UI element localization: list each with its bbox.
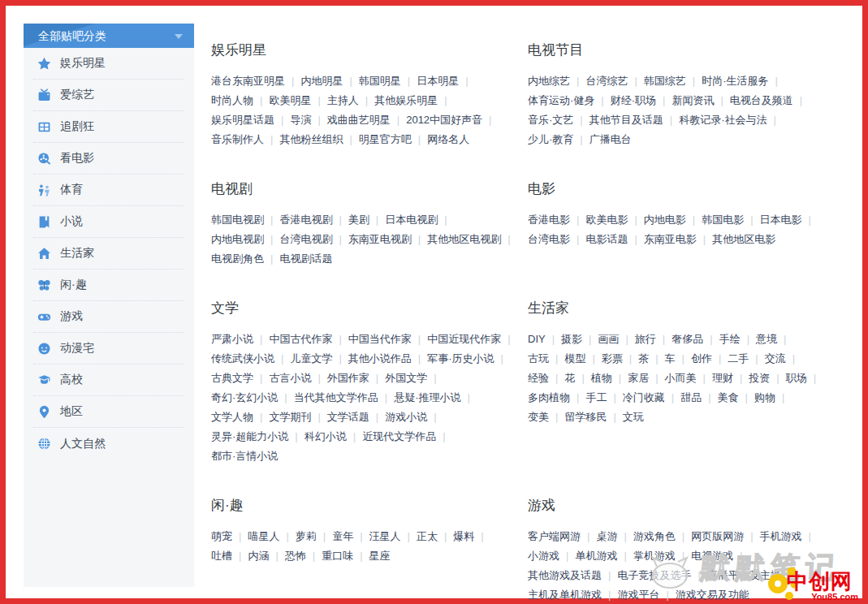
- category-link[interactable]: 2012中国好声音: [406, 114, 482, 126]
- category-link[interactable]: 欧美电影: [585, 214, 628, 226]
- category-link[interactable]: 少儿·教育: [528, 133, 573, 145]
- sidebar-item-13[interactable]: 人文自然: [33, 428, 184, 459]
- category-link[interactable]: 萌宠: [211, 530, 232, 542]
- sidebar-header[interactable]: 全部贴吧分类: [24, 24, 194, 48]
- category-link[interactable]: 甜品: [680, 391, 702, 403]
- category-link[interactable]: 手绘: [719, 333, 741, 345]
- category-link[interactable]: 游戏小说: [385, 411, 427, 423]
- category-link[interactable]: 创作: [691, 352, 712, 365]
- category-link[interactable]: 其他粉丝组织: [279, 133, 343, 145]
- category-link[interactable]: 其他小说作品: [348, 352, 412, 365]
- category-link[interactable]: 冷门收藏: [623, 391, 665, 403]
- category-link[interactable]: 文学期刊: [269, 411, 311, 423]
- category-link[interactable]: 外国作家: [327, 372, 369, 384]
- category-link[interactable]: 多肉植物: [528, 391, 570, 403]
- category-link[interactable]: 内地综艺: [528, 75, 570, 87]
- category-link[interactable]: 花: [564, 372, 575, 384]
- category-link[interactable]: 桌游: [596, 530, 617, 542]
- category-link[interactable]: 其他节目及话题: [589, 114, 663, 126]
- sidebar-item-12[interactable]: 地区: [33, 396, 184, 428]
- category-link[interactable]: 职场: [786, 372, 807, 384]
- sidebar-item-5[interactable]: 体育: [33, 175, 184, 206]
- category-link[interactable]: 欧美明星: [269, 94, 311, 106]
- category-link[interactable]: 旅行: [635, 333, 656, 345]
- category-link[interactable]: 日本电视剧: [385, 214, 438, 226]
- category-link[interactable]: 主机及单机游戏: [528, 589, 602, 601]
- category-link[interactable]: 正太: [417, 530, 438, 542]
- category-link[interactable]: 汪星人: [369, 530, 401, 542]
- category-link[interactable]: 重口味: [322, 550, 353, 562]
- category-link[interactable]: 童年: [332, 530, 353, 542]
- category-link[interactable]: 小而美: [665, 372, 697, 384]
- category-link[interactable]: 中国古代作家: [269, 333, 332, 345]
- category-link[interactable]: 新闻资讯: [672, 94, 714, 106]
- category-link[interactable]: 美剧: [348, 214, 369, 226]
- category-link[interactable]: 内地明星: [300, 75, 343, 87]
- sidebar-item-7[interactable]: 生活家: [33, 238, 184, 270]
- category-link[interactable]: 美食: [718, 391, 739, 403]
- category-link[interactable]: 古玩: [528, 352, 549, 365]
- category-link[interactable]: 恐怖: [285, 550, 306, 562]
- category-link[interactable]: 投资: [749, 372, 770, 384]
- category-link[interactable]: 奢侈品: [672, 333, 703, 345]
- category-link[interactable]: 体育运动·健身: [528, 94, 594, 106]
- sidebar-item-8[interactable]: 闲·趣: [33, 270, 184, 301]
- category-link[interactable]: 香港电影: [528, 214, 570, 226]
- category-link[interactable]: 交流: [765, 352, 786, 365]
- category-link[interactable]: 家居: [628, 372, 649, 384]
- category-link[interactable]: 其他娱乐明星: [374, 94, 438, 106]
- category-link[interactable]: 科教记录·社会与法: [679, 114, 767, 126]
- category-link[interactable]: 都市·言情小说: [211, 450, 278, 462]
- category-link[interactable]: 台湾综艺: [585, 75, 628, 87]
- category-link[interactable]: 爆料: [453, 530, 474, 542]
- category-link[interactable]: 小游戏: [528, 550, 559, 562]
- category-link[interactable]: 游戏角色: [633, 530, 676, 542]
- category-link[interactable]: 日本明星: [417, 75, 459, 87]
- sidebar-item-9[interactable]: 游戏: [33, 301, 184, 333]
- category-link[interactable]: 内地电视剧: [211, 233, 264, 245]
- category-link[interactable]: 当代其他文学作品: [294, 391, 378, 403]
- category-link[interactable]: 理财: [712, 372, 733, 384]
- category-link[interactable]: 网页版网游: [691, 530, 744, 542]
- category-link[interactable]: 香港电视剧: [279, 214, 332, 226]
- category-link[interactable]: 画画: [598, 333, 619, 345]
- category-link[interactable]: 客户端网游: [528, 530, 581, 542]
- sidebar-item-11[interactable]: 高校: [33, 365, 184, 396]
- category-link[interactable]: 购物: [754, 391, 775, 403]
- sidebar-item-1[interactable]: 娱乐明星: [33, 48, 184, 80]
- category-link[interactable]: 文玩: [623, 411, 644, 423]
- category-link[interactable]: 军事·历史小说: [427, 352, 494, 365]
- category-link[interactable]: 主持人: [327, 94, 359, 106]
- category-link[interactable]: 台湾电影: [528, 233, 570, 245]
- sidebar-item-6[interactable]: 小说: [33, 206, 184, 238]
- category-link[interactable]: 音乐·文艺: [528, 114, 573, 126]
- sidebar-item-2[interactable]: 爱综艺: [33, 80, 184, 111]
- category-link[interactable]: 茶: [638, 352, 649, 365]
- category-link[interactable]: 严肃小说: [211, 333, 253, 345]
- category-link[interactable]: 喵星人: [248, 530, 279, 542]
- category-link[interactable]: 时尚·生活服务: [702, 75, 768, 87]
- category-link[interactable]: 电视剧角色: [211, 252, 264, 265]
- category-link[interactable]: 韩国电影: [702, 214, 744, 226]
- category-link[interactable]: 文学人物: [211, 411, 253, 423]
- category-link[interactable]: 萝莉: [296, 530, 317, 542]
- category-link[interactable]: 悬疑·推理小说: [394, 391, 460, 403]
- category-link[interactable]: 留学移民: [564, 411, 607, 423]
- category-link[interactable]: 其他地区电视剧: [427, 233, 501, 245]
- category-link[interactable]: 音乐制作人: [211, 133, 264, 145]
- category-link[interactable]: DIY: [528, 333, 546, 345]
- category-link[interactable]: 台湾电视剧: [279, 233, 332, 245]
- category-link[interactable]: 意境: [756, 333, 777, 345]
- category-link[interactable]: 明星官方吧: [359, 133, 412, 145]
- chevron-down-icon[interactable]: [175, 34, 183, 39]
- sidebar-item-4[interactable]: 看电影: [33, 143, 184, 175]
- category-link[interactable]: 车: [665, 352, 676, 365]
- category-link[interactable]: 网络名人: [427, 133, 469, 145]
- category-link[interactable]: 日本电影: [760, 214, 802, 226]
- category-link[interactable]: 手机游戏: [760, 530, 802, 542]
- category-link[interactable]: 内地电影: [644, 214, 686, 226]
- category-link[interactable]: 科幻小说: [304, 430, 347, 442]
- category-link[interactable]: 广播电台: [589, 133, 632, 145]
- category-link[interactable]: 古典文学: [211, 372, 253, 384]
- category-link[interactable]: 传统武侠小说: [211, 352, 274, 365]
